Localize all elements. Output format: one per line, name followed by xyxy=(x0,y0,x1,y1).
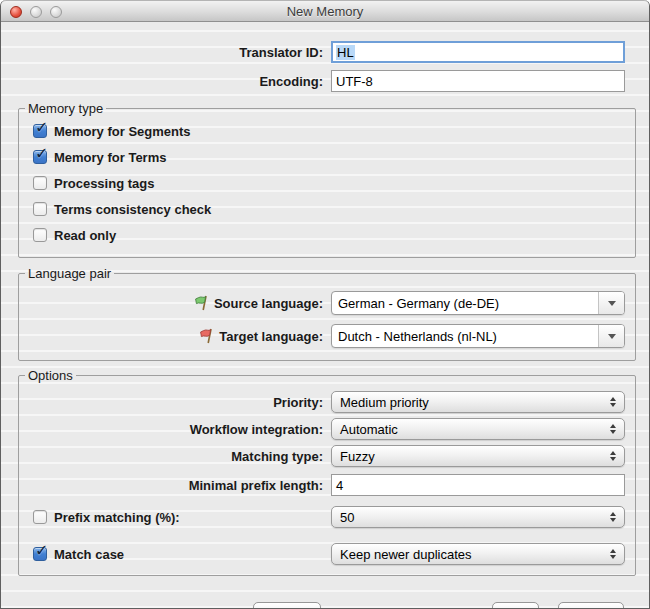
prefix-matching-label: Prefix matching (%): xyxy=(54,510,180,525)
title-bar[interactable]: New Memory xyxy=(1,0,649,22)
cancel-button[interactable]: CANCEL xyxy=(558,602,624,609)
match-case-checkbox[interactable] xyxy=(33,547,47,561)
memory-for-segments-label: Memory for Segments xyxy=(54,124,191,139)
workflow-integration-popup[interactable]: Automatic xyxy=(331,418,625,440)
match-case-label: Match case xyxy=(54,547,124,562)
translator-id-value: HL xyxy=(336,45,355,60)
memory-for-terms-checkbox[interactable] xyxy=(33,150,47,164)
options-group: Options Priority: Medium priority Workfl… xyxy=(18,368,636,576)
options-legend: Options xyxy=(25,368,76,383)
read-only-label: Read only xyxy=(54,228,116,243)
workflow-integration-value: Automatic xyxy=(332,422,602,437)
target-language-row: Target language: Dutch - Netherlands (nl… xyxy=(19,324,635,348)
translator-id-label: Translator ID: xyxy=(1,45,331,60)
source-language-label: Source language: xyxy=(214,296,323,311)
red-flag-icon xyxy=(198,328,214,344)
terms-consistency-checkbox[interactable] xyxy=(33,202,47,216)
filter-button[interactable]: FILTER xyxy=(253,602,321,609)
minimize-icon xyxy=(30,6,42,18)
source-language-value: German - Germany (de-DE) xyxy=(332,296,598,311)
close-icon[interactable] xyxy=(10,6,22,18)
workflow-integration-label: Workflow integration: xyxy=(19,422,331,437)
dialog-content: Translator ID: HL Encoding: UTF-8 Memory… xyxy=(1,22,649,609)
encoding-value: UTF-8 xyxy=(336,74,373,89)
read-only-checkbox[interactable] xyxy=(33,228,47,242)
target-language-dropdown-button[interactable] xyxy=(598,325,624,347)
translator-id-row: Translator ID: HL xyxy=(1,41,649,63)
source-language-combobox[interactable]: German - Germany (de-DE) xyxy=(331,291,625,315)
priority-value: Medium priority xyxy=(332,395,602,410)
match-case-row: Match case Keep newer duplicates xyxy=(19,543,635,565)
target-language-label: Target language: xyxy=(219,329,323,344)
processing-tags-checkbox[interactable] xyxy=(33,176,47,190)
encoding-row: Encoding: UTF-8 xyxy=(1,70,649,92)
prefix-matching-popup[interactable]: 50 xyxy=(331,506,625,528)
matching-type-row: Matching type: Fuzzy xyxy=(19,445,635,467)
green-flag-icon xyxy=(193,295,209,311)
terms-consistency-label: Terms consistency check xyxy=(54,202,211,217)
stepper-arrows-icon xyxy=(602,451,624,461)
terms-consistency-row: Terms consistency check xyxy=(19,196,635,222)
ok-button[interactable]: OK xyxy=(492,602,539,609)
dialog-buttons: FILTER OK CANCEL xyxy=(1,602,649,609)
duplicates-value: Keep newer duplicates xyxy=(332,547,602,562)
memory-type-legend: Memory type xyxy=(25,101,106,116)
stepper-arrows-icon xyxy=(602,424,624,434)
matching-type-value: Fuzzy xyxy=(332,449,602,464)
priority-label: Priority: xyxy=(19,395,331,410)
priority-popup[interactable]: Medium priority xyxy=(331,391,625,413)
minimal-prefix-length-value: 4 xyxy=(336,478,343,493)
source-language-dropdown-button[interactable] xyxy=(598,292,624,314)
prefix-matching-row: Prefix matching (%): 50 xyxy=(19,506,635,528)
target-language-value: Dutch - Netherlands (nl-NL) xyxy=(332,329,598,344)
memory-for-terms-row: Memory for Terms xyxy=(19,144,635,170)
source-language-row: Source language: German - Germany (de-DE… xyxy=(19,291,635,315)
duplicates-popup[interactable]: Keep newer duplicates xyxy=(331,543,625,565)
memory-for-terms-label: Memory for Terms xyxy=(54,150,166,165)
memory-for-segments-checkbox[interactable] xyxy=(33,124,47,138)
prefix-matching-value: 50 xyxy=(332,510,602,525)
minimal-prefix-length-input[interactable]: 4 xyxy=(331,474,625,496)
prefix-matching-checkbox[interactable] xyxy=(33,510,47,524)
stepper-arrows-icon xyxy=(602,512,624,522)
matching-type-label: Matching type: xyxy=(19,449,331,464)
processing-tags-row: Processing tags xyxy=(19,170,635,196)
new-memory-dialog: New Memory Translator ID: HL Encoding: U… xyxy=(0,0,650,609)
encoding-label: Encoding: xyxy=(1,74,331,89)
traffic-lights xyxy=(1,1,62,23)
language-pair-group: Language pair Source language: German - … xyxy=(18,266,636,361)
memory-type-group: Memory type Memory for Segments Memory f… xyxy=(18,101,636,258)
language-pair-legend: Language pair xyxy=(25,266,114,281)
stepper-arrows-icon xyxy=(602,397,624,407)
read-only-row: Read only xyxy=(19,222,635,248)
priority-row: Priority: Medium priority xyxy=(19,391,635,413)
target-language-combobox[interactable]: Dutch - Netherlands (nl-NL) xyxy=(331,324,625,348)
chevron-down-icon xyxy=(608,301,616,306)
encoding-input[interactable]: UTF-8 xyxy=(331,70,625,92)
minimal-prefix-length-label: Minimal prefix length: xyxy=(19,478,331,493)
processing-tags-label: Processing tags xyxy=(54,176,154,191)
chevron-down-icon xyxy=(608,334,616,339)
minimal-prefix-length-row: Minimal prefix length: 4 xyxy=(19,474,635,496)
stepper-arrows-icon xyxy=(602,549,624,559)
zoom-icon xyxy=(50,6,62,18)
translator-id-input[interactable]: HL xyxy=(331,41,625,63)
workflow-integration-row: Workflow integration: Automatic xyxy=(19,418,635,440)
matching-type-popup[interactable]: Fuzzy xyxy=(331,445,625,467)
memory-for-segments-row: Memory for Segments xyxy=(19,118,635,144)
window-title: New Memory xyxy=(1,4,649,19)
